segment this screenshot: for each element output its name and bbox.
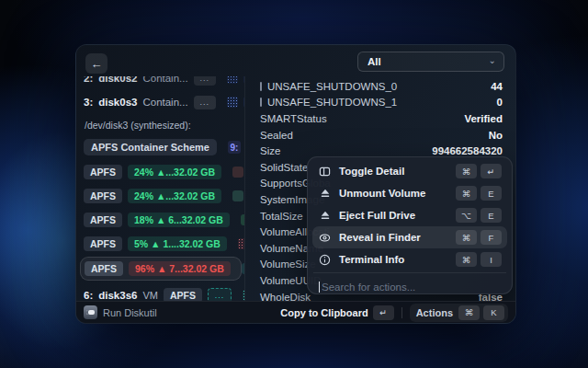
sidebar-row-disk0s2[interactable]: 2: disk0s2 Contain... ... [84,76,240,87]
fs-type-chip: APFS [164,288,202,301]
disk-tag: VM [142,290,158,301]
thumbnail-badge [241,214,245,225]
detail-label: UNSAFE_SHUTDOWNS_0 [267,81,397,92]
disk-desc: Contain... [142,97,187,108]
copy-to-clipboard-button[interactable]: Copy to Clipboard [280,307,368,318]
detail-label: WholeDisk [260,292,311,301]
option-key: ⌥ [456,208,477,223]
e-key: E [481,186,502,201]
sidebar-row-volume-2[interactable]: APFS 24% ▲...32.02 GB [84,187,240,205]
detail-label: SMARTStatus [260,113,327,124]
i-key: I [481,252,502,267]
eye-icon [318,231,332,245]
detail-row: Sealed No [251,127,515,144]
diskutil-app-icon [84,305,97,319]
sidebar-row-volume-5-selected[interactable]: APFS 96% ▲ 7...32.02 GB [80,257,242,281]
eject-icon [318,209,332,223]
disk-sidebar: 2: disk0s2 Contain... ... 3: disk0s3 Con… [76,76,245,301]
fs-type-chip: APFS [85,261,123,276]
tree-indent-bar [260,98,262,107]
disk-name: disk3s6 [98,290,137,301]
header: ← All ⌄ [76,45,515,76]
menu-item-reveal-in-finder[interactable]: Reveal in Finder ⌘ F [312,226,507,248]
sidebar-section-label: /dev/disk3 (synthesized): [85,120,191,131]
sidebar-row-container-scheme[interactable]: APFS Container Scheme 9: [84,138,240,156]
menu-item-toggle-detail[interactable]: Toggle Detail ⌘ ↵ [312,160,507,182]
thumbnail-badge [243,97,245,108]
search-placeholder: Search for actions... [322,282,415,293]
cmd-key: ⌘ [456,164,477,178]
disk-index: 6: [84,290,93,301]
thumbnail-badge [232,190,243,201]
return-key: ↵ [373,305,394,320]
menu-item-terminal-info[interactable]: Terminal Info ⌘ I [312,248,507,270]
action-search-input[interactable]: Search for actions... [312,275,507,299]
back-arrow-icon: ← [91,57,103,71]
sidebar-row-volume-3[interactable]: APFS 18% ▲ 6...32.02 GB [84,211,240,229]
detail-value: No [489,130,503,141]
menu-divider [313,272,506,273]
detail-row: UNSAFE_SHUTDOWNS_0 44 [251,78,515,95]
cmd-key: ⌘ [456,186,477,201]
fs-type-chip: APFS [84,236,122,251]
more-chip[interactable]: ... [194,96,216,109]
usage-chip: 24% ▲...32.02 GB [128,189,221,203]
e-key: E [481,208,502,223]
toggle-detail-icon [318,165,332,178]
fs-type-chip: APFS [84,213,122,227]
cmd-key: ⌘ [456,252,477,267]
thumbnail-badge [227,97,238,108]
filter-dropdown-value: All [368,56,489,67]
disk-index: 3: [84,97,93,108]
footer-divider [401,307,402,318]
back-button[interactable]: ← [85,53,107,74]
menu-item-eject-full-drive[interactable]: Eject Full Drive ⌥ E [312,204,507,226]
partition-count-badge: 9: [228,141,241,154]
sidebar-row-disk0s3[interactable]: 3: disk0s3 Contain... ... [84,93,240,111]
eject-icon [318,187,332,201]
cmd-key: ⌘ [456,230,477,245]
detail-row: SMARTStatus Verified [251,110,515,127]
cmd-key: ⌘ [458,305,480,320]
more-chip[interactable]: ... [194,76,216,86]
detail-label: TotalSize [260,211,303,222]
fs-type-chip: APFS [84,165,122,179]
return-key: ↵ [481,164,502,178]
disk-name: disk0s3 [98,97,137,108]
footer-bar: Run Diskutil Copy to Clipboard ↵ Actions… [76,301,515,323]
app-window: ← All ⌄ 2: disk0s2 Contain... ... 3: dis… [75,44,516,324]
more-chip[interactable]: ... [208,288,232,302]
actions-button[interactable]: Actions ⌘ K [410,304,508,322]
thumbnail-badge [238,238,245,249]
thumbnail-badge [243,76,245,84]
detail-value: 0 [497,97,503,108]
detail-row: UNSAFE_SHUTDOWNS_1 0 [251,95,515,111]
footer-app-label: Run Diskutil [103,307,157,318]
menu-item-unmount-volume[interactable]: Unmount Volume ⌘ E [312,182,507,204]
detail-label: UNSAFE_SHUTDOWNS_1 [267,97,397,108]
sidebar-row-volume-4[interactable]: APFS 5% ▲ 1....32.02 GB [84,235,240,253]
action-menu: Toggle Detail ⌘ ↵ Unmount Volume ⌘ E [307,156,513,294]
thumbnail-badge [242,263,245,274]
info-icon [318,253,332,267]
detail-value: 44 [491,81,503,92]
k-key: K [483,305,504,320]
tree-indent-bar [260,82,262,91]
usage-chip: 96% ▲ 7...32.02 GB [129,261,231,276]
sidebar-row-volume-1[interactable]: APFS 24% ▲...32.02 GB [84,163,240,181]
usage-chip: 24% ▲...32.02 GB [128,165,221,179]
detail-label: Size [260,145,280,156]
thumbnail-badge [227,76,238,84]
sidebar-row-disk3s6[interactable]: 6: disk3s6 VM APFS ... [84,286,240,301]
usage-chip: 5% ▲ 1....32.02 GB [128,236,227,251]
scheme-chip: APFS Container Scheme [84,139,217,155]
disk-index: 2: [84,76,93,84]
detail-label: Sealed [260,130,293,141]
text-cursor [319,282,320,293]
fs-type-chip: APFS [84,189,122,203]
detail-value: 994662584320 [432,145,503,156]
detail-value: Verified [464,113,503,124]
filter-dropdown[interactable]: All ⌄ [357,52,504,72]
disk-desc: Contain... [142,76,187,84]
f-key: F [481,230,502,245]
